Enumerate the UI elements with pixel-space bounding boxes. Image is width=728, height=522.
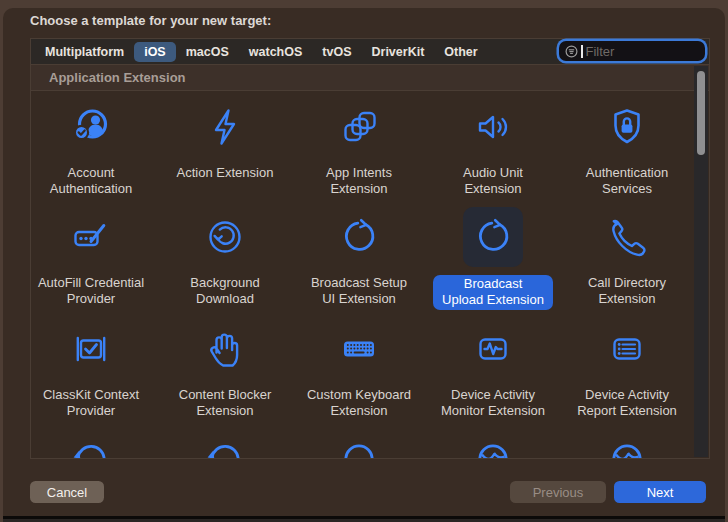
speaker-waves-icon <box>471 105 515 149</box>
template-item-partial-5[interactable] <box>560 423 694 458</box>
tab-macos[interactable]: macOS <box>176 42 239 62</box>
cancel-button[interactable]: Cancel <box>30 481 104 503</box>
template-item-partial-3[interactable] <box>292 423 426 458</box>
template-item-background-download[interactable]: Background Download <box>158 201 292 307</box>
template-item-partial-4[interactable] <box>426 423 560 458</box>
previous-button[interactable]: Previous <box>510 481 606 503</box>
template-item-device-activity-monitor-extension[interactable]: Device Activity Monitor Extension <box>426 313 560 419</box>
hand-raised-icon <box>203 327 247 371</box>
template-item-broadcast-upload-extension[interactable]: Broadcast Upload Extension <box>426 201 560 310</box>
stacked-squares-icon <box>337 105 381 149</box>
shield-lock-icon <box>605 105 649 149</box>
template-item-authentication-services[interactable]: Authentication Services <box>560 91 694 197</box>
template-chooser-panel: Multiplatform iOS macOS watchOS tvOS Dri… <box>30 38 710 459</box>
keyboard-icon <box>337 327 381 371</box>
text-caret <box>581 45 583 58</box>
tab-multiplatform[interactable]: Multiplatform <box>35 42 134 62</box>
template-item-partial-1[interactable] <box>31 423 158 458</box>
globe-partial-icon <box>605 437 649 458</box>
template-item-content-blocker-extension[interactable]: Content Blocker Extension <box>158 313 292 419</box>
circular-arrow-icon <box>337 215 381 259</box>
filter-field[interactable] <box>559 41 705 61</box>
filter-input[interactable] <box>586 44 700 59</box>
window-bottom-edge <box>3 516 725 522</box>
circular-arrow-icon <box>471 215 515 259</box>
template-item-action-extension[interactable]: Action Extension <box>158 91 292 181</box>
waveform-rect-icon <box>471 327 515 371</box>
tab-other[interactable]: Other <box>434 42 487 62</box>
section-header-application-extension: Application Extension <box>31 65 709 91</box>
globe-partial-icon <box>471 437 515 458</box>
circular-arrow-partial-icon <box>69 437 113 458</box>
scrollbar[interactable] <box>694 66 708 457</box>
template-item-device-activity-report-extension[interactable]: Device Activity Report Extension <box>560 313 694 419</box>
template-item-call-directory-extension[interactable]: Call Directory Extension <box>560 201 694 307</box>
phone-icon <box>605 215 649 259</box>
circle-partial-icon <box>337 437 381 458</box>
tab-driverkit[interactable]: DriverKit <box>362 42 435 62</box>
template-item-classkit-context-provider[interactable]: ClassKit Context Provider <box>31 313 158 419</box>
board-check-icon <box>69 327 113 371</box>
template-item-autofill-credential-provider[interactable]: AutoFill Credential Provider <box>31 201 158 307</box>
template-item-app-intents-extension[interactable]: App Intents Extension <box>292 91 426 197</box>
template-item-partial-2[interactable] <box>158 423 292 458</box>
template-item-audio-unit-extension[interactable]: Audio Unit Extension <box>426 91 560 197</box>
template-item-custom-keyboard-extension[interactable]: Custom Keyboard Extension <box>292 313 426 419</box>
credential-pencil-icon <box>69 215 113 259</box>
filter-icon <box>565 45 578 58</box>
next-button[interactable]: Next <box>614 481 706 503</box>
platform-tabbar: Multiplatform iOS macOS watchOS tvOS Dri… <box>31 39 709 65</box>
scrollbar-thumb[interactable] <box>697 71 705 155</box>
template-grid: Account Authentication Action Extension … <box>31 91 709 458</box>
tab-tvos[interactable]: tvOS <box>312 42 361 62</box>
tab-ios[interactable]: iOS <box>134 42 176 62</box>
circular-arrow-partial-icon <box>203 437 247 458</box>
arrow-down-circle-icon <box>203 215 247 259</box>
new-target-sheet: Choose a template for your new target: M… <box>3 8 725 522</box>
template-item-broadcast-setup-ui-extension[interactable]: Broadcast Setup UI Extension <box>292 201 426 307</box>
bolt-icon <box>203 105 247 149</box>
dialog-title: Choose a template for your new target: <box>30 13 271 28</box>
person-check-badge-icon <box>69 105 113 149</box>
template-item-account-authentication[interactable]: Account Authentication <box>31 91 158 197</box>
tab-watchos[interactable]: watchOS <box>239 42 313 62</box>
list-rect-icon <box>605 327 649 371</box>
